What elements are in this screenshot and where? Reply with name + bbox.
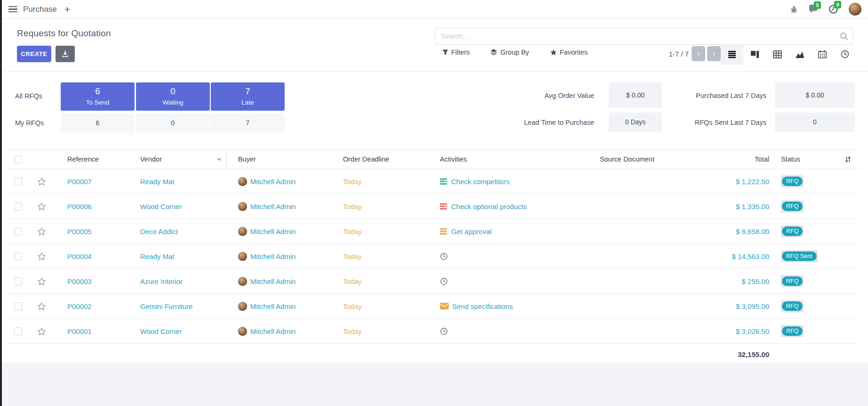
optional-columns-toggle[interactable]	[836, 156, 860, 163]
search-input[interactable]	[435, 32, 840, 40]
activity-cell[interactable]: Check optional products	[433, 203, 550, 211]
calendar-view-button[interactable]	[811, 44, 834, 65]
row-checkbox[interactable]	[14, 227, 22, 235]
table-row[interactable]: P00005 Deco Addict Mitchell Admin Today …	[8, 219, 860, 244]
header-source-document[interactable]: Source Document	[550, 155, 704, 163]
favorites-menu[interactable]: Favorites	[550, 49, 588, 56]
buyer-link[interactable]: Mitchell Admin	[250, 302, 296, 310]
my-to-send-tile[interactable]: 6	[61, 113, 135, 133]
search-icon[interactable]	[840, 32, 848, 41]
create-button[interactable]: CREATE	[17, 46, 51, 62]
favorite-star-toggle[interactable]	[28, 327, 55, 336]
list-view-button[interactable]	[721, 44, 743, 65]
debug-bug-icon[interactable]	[790, 5, 798, 14]
activity-cell[interactable]: Send specifications	[433, 302, 550, 310]
buyer-link[interactable]: Mitchell Admin	[250, 277, 296, 285]
tile-late[interactable]: 7 Late	[211, 82, 285, 111]
pager-previous-button[interactable]: ‹	[692, 46, 705, 61]
app-name[interactable]: Purchase	[23, 5, 57, 14]
vendor-link[interactable]: Wood Corner	[140, 203, 182, 211]
export-download-button[interactable]	[56, 46, 75, 62]
favorites-label: Favorites	[560, 49, 588, 56]
tile-to-send[interactable]: 6 To Send	[61, 82, 135, 111]
pager-next-button[interactable]: ›	[707, 46, 721, 61]
header-order-deadline[interactable]: Order Deadline	[334, 155, 433, 163]
filters-label: Filters	[451, 49, 470, 56]
rfq-list: Reference Vendor Buyer Order Deadline Ac…	[8, 149, 860, 365]
reference-link[interactable]: P00006	[67, 203, 92, 211]
buyer-link[interactable]: Mitchell Admin	[250, 227, 296, 235]
activity-cell[interactable]	[433, 252, 550, 260]
activity-view-button[interactable]	[834, 44, 856, 65]
status-badge: RFQ Sent	[781, 250, 818, 263]
vendor-link[interactable]: Deco Addict	[140, 227, 178, 235]
activity-link[interactable]: Check optional products	[451, 203, 527, 211]
header-total[interactable]: Total	[704, 155, 772, 163]
activity-cell[interactable]	[433, 327, 550, 335]
row-checkbox[interactable]	[14, 252, 22, 260]
vendor-link[interactable]: Azure Interior	[140, 277, 183, 285]
favorite-star-toggle[interactable]	[28, 202, 55, 211]
group-by-menu[interactable]: Group By	[490, 49, 529, 56]
row-checkbox[interactable]	[14, 178, 22, 186]
header-status[interactable]: Status	[772, 155, 836, 163]
activity-list-icon	[440, 228, 448, 235]
apps-menu-icon[interactable]	[8, 6, 17, 13]
select-all-checkbox[interactable]	[14, 155, 22, 163]
activity-cell[interactable]: Get approval	[433, 227, 550, 235]
table-row[interactable]: P00003 Azure Interior Mitchell Admin Tod…	[8, 269, 860, 294]
activity-link[interactable]: Send specifications	[452, 302, 513, 310]
reference-link[interactable]: P00001	[67, 327, 92, 335]
row-checkbox[interactable]	[14, 302, 22, 310]
header-activities[interactable]: Activities	[433, 155, 550, 163]
table-row[interactable]: P00006 Wood Corner Mitchell Admin Today …	[8, 194, 860, 219]
header-buyer[interactable]: Buyer	[227, 155, 334, 163]
row-checkbox[interactable]	[14, 203, 22, 211]
vendor-link[interactable]: Ready Mat	[140, 178, 175, 186]
row-checkbox[interactable]	[14, 277, 22, 285]
row-checkbox[interactable]	[14, 327, 22, 335]
reference-link[interactable]: P00005	[67, 227, 92, 235]
plus-icon[interactable]: +	[64, 4, 70, 14]
vendor-link[interactable]: Gemini Furniture	[140, 302, 193, 310]
header-reference[interactable]: Reference	[55, 155, 132, 163]
activity-cell[interactable]	[433, 277, 550, 285]
vendor-link[interactable]: Wood Corner	[140, 327, 182, 335]
order-deadline-text: Today	[334, 277, 433, 285]
total-amount: $ 14,563.00	[732, 252, 769, 260]
favorite-star-toggle[interactable]	[28, 277, 55, 286]
my-late-tile[interactable]: 7	[211, 113, 285, 133]
user-avatar[interactable]	[849, 3, 861, 16]
to-send-count: 6	[61, 86, 135, 97]
table-row[interactable]: P00001 Wood Corner Mitchell Admin Today …	[8, 319, 860, 344]
table-row[interactable]: P00004 Ready Mat Mitchell Admin Today $ …	[8, 244, 860, 269]
reference-link[interactable]: P00007	[67, 178, 92, 186]
status-badge: RFQ	[781, 275, 804, 288]
activities-clock-icon[interactable]: 9	[828, 4, 838, 14]
buyer-link[interactable]: Mitchell Admin	[250, 178, 296, 186]
favorite-star-toggle[interactable]	[28, 252, 55, 261]
favorite-star-toggle[interactable]	[28, 302, 55, 311]
table-row[interactable]: P00007 Ready Mat Mitchell Admin Today Ch…	[8, 169, 860, 194]
filters-menu[interactable]: Filters	[442, 49, 470, 56]
activity-link[interactable]: Get approval	[451, 227, 492, 235]
tile-waiting[interactable]: 0 Waiting	[136, 82, 210, 111]
pivot-view-button[interactable]	[766, 44, 788, 65]
reference-link[interactable]: P00002	[67, 302, 92, 310]
my-waiting-tile[interactable]: 0	[136, 113, 210, 133]
buyer-link[interactable]: Mitchell Admin	[250, 327, 296, 335]
buyer-link[interactable]: Mitchell Admin	[250, 203, 296, 211]
messages-icon[interactable]: 5	[808, 5, 818, 14]
graph-view-button[interactable]	[788, 44, 811, 65]
vendor-link[interactable]: Ready Mat	[140, 252, 175, 260]
favorite-star-toggle[interactable]	[28, 227, 55, 236]
activity-cell[interactable]: Check competitors	[433, 178, 550, 186]
activity-link[interactable]: Check competitors	[451, 178, 510, 186]
kanban-view-button[interactable]	[743, 44, 766, 65]
buyer-link[interactable]: Mitchell Admin	[250, 252, 296, 260]
reference-link[interactable]: P00003	[67, 277, 92, 285]
favorite-star-toggle[interactable]	[28, 177, 55, 186]
header-vendor[interactable]: Vendor	[132, 150, 227, 169]
reference-link[interactable]: P00004	[67, 252, 92, 260]
table-row[interactable]: P00002 Gemini Furniture Mitchell Admin T…	[8, 294, 860, 319]
